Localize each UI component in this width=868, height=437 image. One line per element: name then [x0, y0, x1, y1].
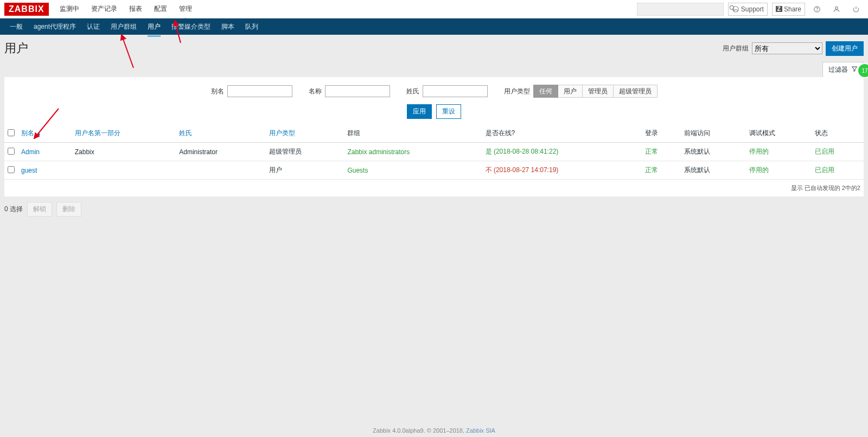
cell-frontend: 系统默认 — [681, 143, 746, 161]
page-title: 用户 — [4, 40, 28, 56]
top-nav: ZABBIX 监测中资产记录报表配置管理 Support Z Share — [0, 0, 868, 18]
side-badge[interactable]: 17 — [857, 63, 868, 78]
cell-debug: 停用的 — [746, 161, 811, 180]
cell-online: 不 (2018-08-27 14:07:19) — [482, 161, 642, 180]
filter-name-input[interactable] — [325, 85, 390, 97]
col-first[interactable]: 用户名第一部分 — [75, 129, 120, 137]
help-icon[interactable] — [809, 3, 825, 16]
user-table: 别名 ▲ 用户名第一部分 姓氏 用户类型 群组 是否在线? 登录 前端访问 调试… — [4, 124, 864, 180]
row-checkbox[interactable] — [8, 148, 15, 155]
top-menu: 监测中资产记录报表配置管理 — [54, 0, 197, 18]
filter-panel: 别名 名称 姓氏 用户类型 任何用户管理员超级管理员 应用 重设 — [4, 77, 864, 124]
header-right: 用户群组 所有 创建用户 — [723, 41, 864, 56]
share-label: Share — [784, 5, 801, 13]
user-alias-link[interactable]: Admin — [21, 148, 40, 156]
power-icon[interactable] — [848, 3, 864, 16]
support-link[interactable]: Support — [728, 3, 768, 16]
type-segment: 任何用户管理员超级管理员 — [533, 85, 658, 98]
create-user-button[interactable]: 创建用户 — [826, 41, 864, 56]
z-icon: Z — [776, 6, 782, 12]
sub-nav-报警媒介类型[interactable]: 报警媒介类型 — [166, 19, 216, 35]
unblock-button[interactable]: 解锁 — [27, 202, 52, 217]
top-nav-管理[interactable]: 管理 — [174, 0, 197, 18]
search-box[interactable] — [637, 3, 724, 16]
filter-surname-input[interactable] — [423, 85, 488, 97]
filter-alias-label: 别名 — [211, 87, 224, 96]
top-nav-报表[interactable]: 报表 — [124, 0, 148, 18]
cell-status: 已启用 — [812, 161, 864, 180]
user-table-wrap: 别名 ▲ 用户名第一部分 姓氏 用户类型 群组 是否在线? 登录 前端访问 调试… — [4, 124, 864, 197]
col-status: 状态 — [815, 129, 828, 137]
sort-asc-icon: ▲ — [36, 130, 41, 136]
col-frontend: 前端访问 — [684, 129, 710, 137]
top-nav-资产记录[interactable]: 资产记录 — [86, 0, 123, 18]
top-nav-监测中[interactable]: 监测中 — [54, 0, 85, 18]
group-filter-select[interactable]: 所有 — [752, 42, 822, 54]
below-table: 0 选择 解锁 删除 — [0, 197, 868, 222]
col-alias[interactable]: 别名 ▲ — [21, 129, 41, 137]
sub-nav-一般[interactable]: 一般 — [4, 19, 28, 35]
cell-type: 用户 — [266, 161, 344, 180]
type-option-超级管理员[interactable]: 超级管理员 — [614, 85, 658, 98]
table-row: AdminZabbixAdministrator超级管理员Zabbix admi… — [4, 143, 864, 161]
table-row: guest用户Guests不 (2018-08-27 14:07:19)正常系统… — [4, 161, 864, 180]
filter-type-label: 用户类型 — [504, 87, 530, 96]
cell-surname: Administrator — [176, 143, 266, 161]
cell-frontend: 系统默认 — [681, 161, 746, 180]
top-nav-配置[interactable]: 配置 — [149, 0, 173, 18]
row-checkbox[interactable] — [8, 166, 15, 173]
user-icon[interactable] — [829, 3, 844, 16]
col-debug: 调试模式 — [749, 129, 775, 137]
cell-login: 正常 — [642, 161, 681, 180]
sub-nav-队列[interactable]: 队列 — [240, 19, 264, 35]
filter-tab-bar: 过滤器 — [4, 62, 864, 77]
filter-name-label: 名称 — [309, 87, 322, 96]
cell-online: 是 (2018-08-28 08:41:22) — [482, 143, 642, 161]
reset-button[interactable]: 重设 — [436, 104, 461, 119]
user-alias-link[interactable]: guest — [21, 167, 37, 174]
selected-count: 0 选择 — [4, 205, 23, 214]
cell-first: Zabbix — [72, 143, 176, 161]
cell-debug: 停用的 — [746, 143, 811, 161]
svg-point-4 — [817, 10, 818, 11]
share-link[interactable]: Z Share — [772, 3, 805, 16]
filter-actions: 应用 重设 — [10, 104, 858, 119]
search-input[interactable] — [637, 5, 725, 13]
filter-row: 别名 名称 姓氏 用户类型 任何用户管理员超级管理员 — [10, 85, 858, 98]
delete-button[interactable]: 删除 — [56, 202, 81, 217]
select-all-checkbox[interactable] — [8, 129, 15, 136]
type-option-用户[interactable]: 用户 — [558, 85, 583, 98]
logo[interactable]: ZABBIX — [4, 3, 49, 16]
svg-point-2 — [733, 6, 739, 12]
cell-type: 超级管理员 — [266, 143, 344, 161]
type-option-管理员[interactable]: 管理员 — [583, 85, 614, 98]
sub-nav-用户群组[interactable]: 用户群组 — [105, 19, 142, 35]
page-header: 用户 用户群组 所有 创建用户 — [0, 35, 868, 59]
filter-tab-label: 过滤器 — [828, 65, 848, 74]
sub-nav-脚本[interactable]: 脚本 — [216, 19, 240, 35]
group-link[interactable]: Guests — [347, 167, 368, 174]
filter-alias-input[interactable] — [227, 85, 292, 97]
svg-point-5 — [835, 7, 838, 9]
col-groups: 群组 — [347, 129, 360, 137]
col-online: 是否在线? — [486, 129, 515, 137]
col-surname[interactable]: 姓氏 — [179, 129, 192, 137]
sub-nav-agent代理程序[interactable]: agent代理程序 — [28, 19, 81, 35]
sub-nav-用户[interactable]: 用户 — [142, 19, 166, 35]
group-link[interactable]: Zabbix administrators — [347, 148, 410, 156]
sub-nav: 一般agent代理程序认证用户群组用户报警媒介类型脚本队列 — [0, 18, 868, 35]
top-right: Support Z Share — [637, 3, 864, 16]
cell-login: 正常 — [642, 143, 681, 161]
col-type[interactable]: 用户类型 — [269, 129, 295, 137]
table-header-row: 别名 ▲ 用户名第一部分 姓氏 用户类型 群组 是否在线? 登录 前端访问 调试… — [4, 124, 864, 143]
sub-nav-认证[interactable]: 认证 — [81, 19, 105, 35]
col-login: 登录 — [645, 129, 658, 137]
apply-button[interactable]: 应用 — [407, 104, 432, 119]
support-label: Support — [741, 5, 764, 13]
filter-surname-label: 姓氏 — [406, 87, 419, 96]
type-option-任何[interactable]: 任何 — [533, 85, 558, 98]
cell-status: 已启用 — [812, 143, 864, 161]
table-body: AdminZabbixAdministrator超级管理员Zabbix admi… — [4, 143, 864, 180]
cell-first — [72, 161, 176, 180]
cell-surname — [176, 161, 266, 180]
